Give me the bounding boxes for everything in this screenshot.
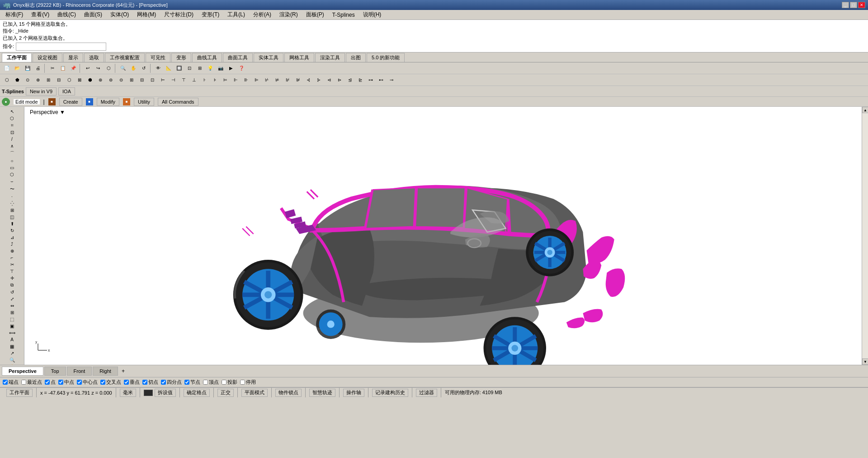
line-tool[interactable]: / [2, 136, 23, 142]
tb2-btn-17[interactable]: ⊤ [179, 75, 189, 85]
tb1-osnap[interactable]: 🔲 [174, 63, 184, 73]
mode-btn-4[interactable]: 智慧轨迹 [309, 389, 335, 397]
copy-tool[interactable]: ⧉ [2, 282, 23, 288]
tb2-btn-29[interactable]: ⊰ [303, 75, 313, 85]
tb2-btn-3[interactable]: ⊕ [33, 75, 43, 85]
tb2-btn-4[interactable]: ⊞ [43, 75, 53, 85]
tab-add-btn[interactable]: + [119, 367, 127, 376]
tb1-camera[interactable]: 📷 [216, 63, 226, 73]
tb2-btn-28[interactable]: ⊯ [293, 75, 303, 85]
menu-item-13[interactable]: 说明(H) [359, 10, 385, 19]
point-tool[interactable]: · [2, 194, 23, 200]
scale-tool[interactable]: ⤢ [2, 296, 23, 302]
menu-item-11[interactable]: 面板(P) [302, 10, 328, 19]
snap-checkbox-3[interactable] [58, 380, 63, 385]
snap-checkbox-10[interactable] [203, 380, 208, 385]
cmd-input[interactable] [16, 43, 106, 51]
tb2-btn-27[interactable]: ⊮ [283, 75, 292, 85]
tb1-print[interactable]: 🖨 [33, 63, 43, 73]
mode-create[interactable]: Create [59, 98, 82, 106]
hatch-tool[interactable]: ▦ [2, 344, 23, 349]
snap-checkbox-8[interactable] [161, 380, 166, 385]
tb1-open[interactable]: 📂 [12, 63, 22, 73]
close-btn[interactable]: ✕ [858, 2, 865, 8]
rotate-tool[interactable]: ↺ [2, 289, 23, 295]
loft-tool[interactable]: ⊿ [2, 234, 23, 240]
toolset-tab-8[interactable]: 曲面工具 [223, 53, 253, 62]
tb1-render[interactable]: ▶ [226, 63, 236, 73]
tb1-view[interactable]: 👁 [153, 63, 163, 73]
tb2-btn-31[interactable]: ⊲ [324, 75, 334, 85]
menu-item-2[interactable]: 曲线(C) [54, 10, 80, 19]
snap-checkbox-0[interactable] [3, 380, 8, 385]
tab-right[interactable]: Right [93, 367, 118, 376]
tb2-btn-9[interactable]: ⊛ [95, 75, 105, 85]
tb2-btn-12[interactable]: ⊞ [127, 75, 137, 85]
tb2-btn-8[interactable]: ⬢ [85, 75, 95, 85]
zoom-tool[interactable]: 🔍 [2, 357, 23, 363]
toolset-tab-5[interactable]: 可见性 [146, 53, 170, 62]
tb2-btn-15[interactable]: ⊢ [158, 75, 168, 85]
tb1-dimension[interactable]: 📐 [164, 63, 174, 73]
tb2-btn-23[interactable]: ⊪ [241, 75, 251, 85]
title-bar-controls[interactable]: _ □ ✕ [842, 2, 865, 8]
tb2-btn-30[interactable]: ⊱ [314, 75, 324, 85]
tb2-btn-2[interactable]: ⊙ [23, 75, 33, 85]
leader-tool[interactable]: ↗ [2, 350, 23, 356]
tb1-help[interactable]: ❓ [236, 63, 246, 73]
menu-item-3[interactable]: 曲面(S) [80, 10, 106, 19]
tsplines-tab-ioa[interactable]: IOA [58, 87, 75, 95]
material-btn[interactable]: 拆设值 [155, 389, 176, 397]
menu-item-5[interactable]: 网格(M) [133, 10, 160, 19]
tb1-undo[interactable]: ↩ [83, 63, 93, 73]
text-tool[interactable]: A [2, 337, 23, 343]
menu-item-6[interactable]: 尺寸标注(D) [160, 10, 197, 19]
unit-btn[interactable]: 毫米 [120, 389, 136, 397]
toolset-tab-3[interactable]: 选取 [84, 53, 104, 62]
lasso-tool[interactable]: ⌗ [2, 122, 23, 129]
extrude-tool[interactable]: ⬆ [2, 221, 23, 227]
curve-tool[interactable]: ⌣ [2, 178, 23, 185]
tb1-paste[interactable]: 📌 [68, 63, 78, 73]
mode-utility[interactable]: Utility [134, 98, 154, 106]
viewport[interactable]: Perspective ▼ [24, 107, 862, 365]
menu-item-7[interactable]: 变形(T) [198, 10, 223, 19]
tb2-btn-16[interactable]: ⊣ [168, 75, 178, 85]
toolset-tab-6[interactable]: 变形 [171, 53, 191, 62]
toolset-tab-11[interactable]: 渲染工具 [315, 53, 345, 62]
scroll-track[interactable] [862, 113, 868, 358]
tb1-copy[interactable]: 📋 [58, 63, 68, 73]
dim-tool[interactable]: ⟺ [2, 330, 23, 336]
pan-tool[interactable]: ✋ [2, 364, 23, 365]
snap-checkbox-1[interactable] [21, 380, 26, 385]
tab-perspective[interactable]: Perspective [2, 367, 43, 376]
polyline-tool[interactable]: ∧ [2, 143, 23, 149]
menu-item-1[interactable]: 查看(V) [28, 10, 53, 19]
mode-btn-3[interactable]: 物件锁点 [275, 389, 302, 397]
tb2-btn-18[interactable]: ⊥ [189, 75, 199, 85]
tb1-redo[interactable]: ↪ [93, 63, 103, 73]
tb2-btn-5[interactable]: ⊟ [54, 75, 64, 85]
tb2-btn-37[interactable]: ⊸ [387, 75, 396, 85]
minimize-btn[interactable]: _ [842, 2, 849, 8]
menu-item-10[interactable]: 渲染(R) [276, 10, 302, 19]
snap-checkbox-5[interactable] [100, 380, 105, 385]
pointcloud-tool[interactable]: ⁛ [2, 200, 23, 206]
toolset-tab-0[interactable]: 工作平面 [2, 53, 32, 62]
tb2-btn-20[interactable]: ⊧ [210, 75, 220, 85]
tb1-zoom-in[interactable]: 🔍 [118, 63, 128, 73]
menu-item-0[interactable]: 标准(F) [2, 10, 27, 19]
tb2-btn-10[interactable]: ⊜ [106, 75, 116, 85]
tb2-btn-11[interactable]: ⊝ [116, 75, 126, 85]
toolset-tab-2[interactable]: 显示 [63, 53, 83, 62]
tb2-btn-1[interactable]: ⬟ [12, 75, 22, 85]
polygon-tool[interactable]: ⬡ [2, 172, 23, 177]
tb2-btn-26[interactable]: ⊭ [272, 75, 282, 85]
tb1-array[interactable]: ⊞ [195, 63, 205, 73]
toolset-tab-7[interactable]: 曲线工具 [192, 53, 222, 62]
freeform-tool[interactable]: 〜 [2, 186, 23, 193]
mode-btn-0[interactable]: 确定格点 [184, 389, 210, 397]
fillet-tool[interactable]: ⌐ [2, 255, 23, 261]
tb1-select[interactable]: ⬡ [104, 63, 113, 73]
viewport-label[interactable]: Perspective ▼ [28, 109, 67, 116]
